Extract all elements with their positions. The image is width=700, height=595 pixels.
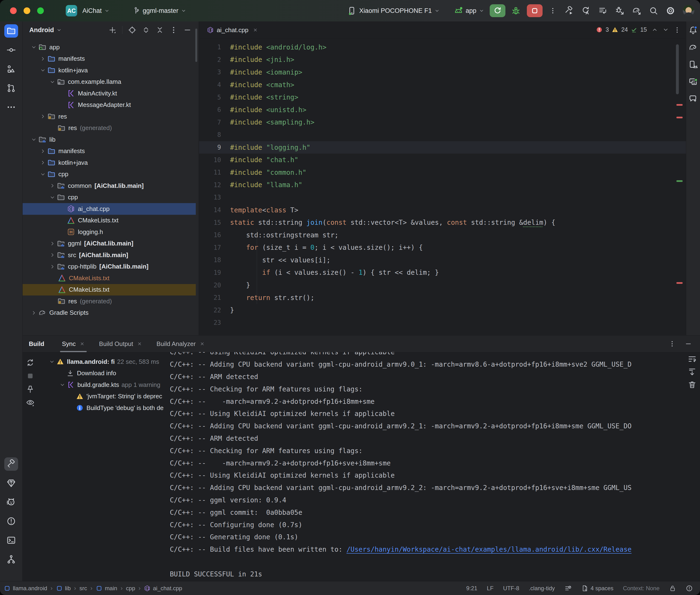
breadcrumb-item-ai-chat-cpp[interactable]: Cai_chat.cpp <box>144 585 182 592</box>
project-view-selector[interactable]: Android <box>29 26 54 34</box>
clear-all-button[interactable] <box>688 380 697 389</box>
tree-item-cpp-httplib[interactable]: cpp-httplib[AiChat.lib.main] <box>23 261 196 273</box>
stripe-item-logcat[interactable] <box>4 495 18 509</box>
tree-chevron[interactable] <box>29 44 38 51</box>
tree-chevron[interactable] <box>38 113 47 120</box>
build-run-icon[interactable] <box>564 6 573 15</box>
select-opened-file-button[interactable] <box>128 26 136 34</box>
rerun-button[interactable] <box>490 4 505 17</box>
debug-button[interactable] <box>511 6 521 16</box>
tree-item-cpp[interactable]: cpp <box>23 192 196 203</box>
stop-sync-button[interactable] <box>26 372 34 380</box>
tab-build-output[interactable]: Build Output <box>97 336 144 352</box>
user-avatar[interactable] <box>683 5 694 17</box>
tree-chevron[interactable] <box>48 182 57 189</box>
expand-all-button[interactable] <box>142 26 150 34</box>
stripe-item-more-horizontal[interactable] <box>4 101 18 114</box>
tree-item-cpp[interactable]: cpp <box>23 169 196 180</box>
close-tab-icon[interactable] <box>80 341 85 346</box>
build-tree-item-1[interactable]: Download info <box>38 368 170 379</box>
build-tree-item-2[interactable]: build.gradle.ktsapp 1 warning <box>38 379 170 391</box>
breadcrumb-item-llama-android[interactable]: llama.android <box>4 585 47 592</box>
project-selector[interactable]: AiChat <box>82 7 110 15</box>
stripe-item-app-quality-insights[interactable] <box>4 476 18 490</box>
error-stripe-mark[interactable] <box>676 104 682 106</box>
console-link[interactable]: /Users/hanyin/Workspace/ai-chat/examples… <box>346 545 632 553</box>
tree-item-kotlin-java[interactable]: kotlin+java <box>23 157 196 169</box>
hide-build-panel-button[interactable] <box>685 340 692 347</box>
previous-problem-button[interactable] <box>652 27 658 33</box>
file-encoding[interactable]: UTF-8 <box>503 585 519 592</box>
tree-chevron[interactable] <box>38 148 47 154</box>
error-stripe-mark[interactable] <box>676 282 682 284</box>
tree-chevron[interactable] <box>48 240 57 247</box>
close-tab-icon[interactable] <box>137 341 142 346</box>
tree-item-common[interactable]: common[AiChat.lib.main] <box>23 180 196 192</box>
breadcrumb-item-cpp[interactable]: cpp <box>126 585 135 592</box>
tree-chevron[interactable] <box>48 194 57 201</box>
collapse-all-button[interactable] <box>156 26 164 34</box>
tree-item-ai-chat-cpp[interactable]: Cai_chat.cpp <box>23 203 196 215</box>
code-style-config[interactable]: .clang-tidy <box>529 585 555 592</box>
search-everywhere-icon[interactable] <box>649 6 658 15</box>
formatter-status-icon[interactable] <box>564 585 571 592</box>
tree-chevron[interactable] <box>29 310 38 316</box>
build-tree-item-3[interactable]: 'jvmTarget: String' is deprec <box>38 391 170 402</box>
stripe-item-gradle[interactable] <box>688 41 699 53</box>
tree-item-lib[interactable]: lib <box>23 134 196 145</box>
stripe-item-gemini[interactable] <box>688 93 699 105</box>
gradle-sync-icon[interactable] <box>632 6 641 15</box>
scroll-to-end-button[interactable] <box>688 367 697 376</box>
change-stripe-mark[interactable] <box>676 180 682 182</box>
tree-item-manifests[interactable]: manifests <box>23 145 196 157</box>
build-tree-item-4[interactable]: BuildType 'debug' is both de <box>38 402 170 414</box>
soft-wrap-button[interactable] <box>688 355 697 364</box>
tree-chevron[interactable] <box>58 381 67 388</box>
build-options-button[interactable] <box>669 340 676 347</box>
tree-item-logging-h[interactable]: Hlogging.h <box>23 226 196 238</box>
tab-build-analyzer[interactable]: Build Analyzer <box>155 336 207 352</box>
breadcrumb-item-lib[interactable]: lib <box>56 585 71 592</box>
tree-chevron[interactable] <box>48 79 57 85</box>
tab-sync[interactable]: Sync <box>60 336 87 352</box>
tree-item-res[interactable]: res(generated) <box>23 295 196 307</box>
pin-tab-button[interactable] <box>26 385 34 394</box>
device-selector[interactable]: Xiaomi POCOPHONE F1 <box>347 6 440 15</box>
stripe-item-structure[interactable] <box>4 62 18 76</box>
panel-options-button[interactable] <box>170 26 178 34</box>
next-problem-button[interactable] <box>663 27 669 33</box>
inspections-widget[interactable]: 3 24 15 <box>594 25 670 34</box>
tree-item-gradle-scripts[interactable]: Gradle Scripts <box>23 307 196 319</box>
close-window-button[interactable] <box>10 7 17 14</box>
stripe-item-version-control[interactable] <box>4 552 18 566</box>
close-tab-icon[interactable] <box>200 341 205 346</box>
tree-chevron[interactable] <box>38 67 47 74</box>
tree-chevron[interactable] <box>29 136 38 143</box>
tree-item-cmakelists-txt[interactable]: CMakeLists.txt <box>23 284 196 296</box>
indentation-widget[interactable]: 4 spaces <box>581 585 614 592</box>
tree-chevron[interactable] <box>38 159 47 166</box>
tree-item-mainactivity-kt[interactable]: MainActivity.kt <box>23 88 196 99</box>
tree-item-com-example-llama[interactable]: com.example.llama <box>23 76 196 88</box>
stripe-item-commit[interactable] <box>4 43 18 57</box>
stripe-item-problems[interactable] <box>4 514 18 528</box>
stop-button[interactable] <box>527 4 542 17</box>
line-separator[interactable]: LF <box>487 585 494 592</box>
tree-item-messageadapter-kt[interactable]: MessageAdapter.kt <box>23 99 196 111</box>
tree-item-app[interactable]: app <box>23 41 196 53</box>
re-sync-button[interactable] <box>26 358 34 367</box>
tree-chevron[interactable] <box>48 263 57 270</box>
breadcrumb-item-src[interactable]: src <box>79 585 87 592</box>
stripe-item-project-folder[interactable] <box>4 24 18 38</box>
run-configuration-selector[interactable]: app <box>454 6 484 16</box>
context-widget[interactable]: Context: None <box>623 585 660 592</box>
stripe-item-running-devices[interactable] <box>688 76 699 88</box>
attach-debugger-icon[interactable] <box>615 6 624 15</box>
build-tree-item-0[interactable]: llama.android: fi22 sec, 583 ms <box>38 356 170 368</box>
breadcrumb-item-main[interactable]: main <box>96 585 117 592</box>
tree-item-ggml[interactable]: ggml[AiChat.lib.main] <box>23 238 196 250</box>
error-stripe-mark[interactable] <box>676 117 682 118</box>
project-scrollbar[interactable] <box>195 29 197 62</box>
hide-panel-button[interactable] <box>184 26 192 34</box>
stripe-item-terminal[interactable] <box>4 534 18 547</box>
